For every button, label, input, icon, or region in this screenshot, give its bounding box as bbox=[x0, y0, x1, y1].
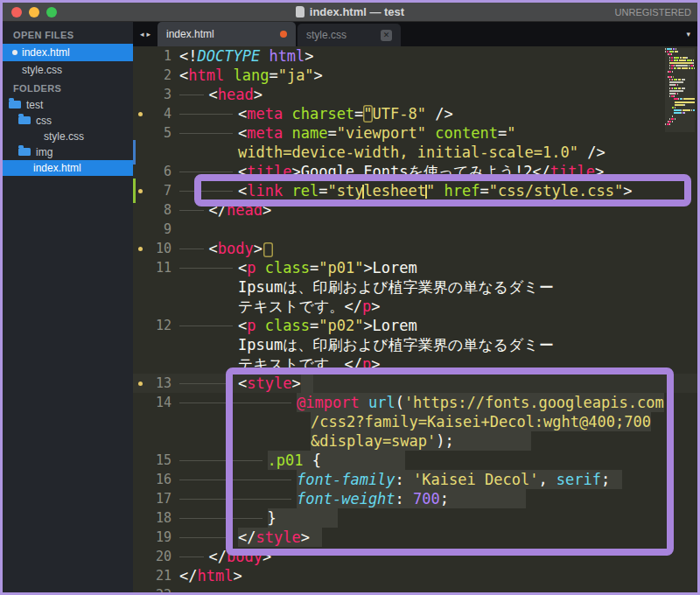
tab-style.css[interactable]: style.css✕ bbox=[298, 24, 401, 46]
tab-index.html[interactable]: index.html bbox=[158, 22, 296, 46]
code-line[interactable]: 13<style> bbox=[133, 374, 697, 393]
minimize-window-button[interactable] bbox=[29, 7, 39, 18]
line-number-gutter[interactable]: 10 bbox=[133, 239, 179, 258]
line-number-gutter[interactable] bbox=[133, 297, 179, 316]
code-line[interactable]: 21</html> bbox=[133, 566, 697, 585]
minimap[interactable] bbox=[665, 48, 695, 132]
code-line[interactable]: Ipsumは、印刷および植字業界の単なるダミー bbox=[133, 277, 697, 297]
syntax-token: < bbox=[238, 317, 247, 334]
code-line[interactable]: 9 bbox=[133, 220, 697, 239]
folder-icon bbox=[9, 101, 21, 108]
minimap-line bbox=[693, 60, 694, 61]
line-number-gutter[interactable]: 4 bbox=[133, 104, 179, 123]
code-line[interactable]: 14@import url('https://fonts.googleapis.… bbox=[133, 393, 697, 412]
code-line[interactable]: 8</head> bbox=[133, 200, 697, 220]
code-line[interactable]: 11<p class="p01">Lorem bbox=[133, 258, 697, 277]
line-number-gutter[interactable] bbox=[133, 354, 179, 374]
tabs-container: index.htmlstyle.css✕ bbox=[158, 22, 401, 46]
line-number: 15 bbox=[156, 452, 172, 468]
tree-folder-item[interactable]: test bbox=[3, 97, 133, 113]
code-line[interactable]: 6<title>Google Fontsを使ってみよう!2</title> bbox=[133, 162, 697, 181]
code-line[interactable]: 19</style> bbox=[133, 528, 697, 547]
line-number-gutter[interactable] bbox=[133, 143, 179, 162]
code-line[interactable]: width=device-width, initial-scale=1.0" /… bbox=[133, 143, 697, 162]
code-line[interactable]: Ipsumは、印刷および植字業界の単なるダミー bbox=[133, 335, 697, 354]
line-number-gutter[interactable]: 13 bbox=[133, 374, 179, 393]
line-number-gutter[interactable]: 17 bbox=[133, 489, 179, 508]
line-number-gutter[interactable]: 6 bbox=[133, 162, 179, 181]
code-line[interactable]: 5<meta name="viewport" content=" bbox=[133, 123, 697, 143]
syntax-token: = bbox=[354, 105, 363, 122]
close-window-button[interactable] bbox=[11, 7, 22, 18]
tab-overflow-icon[interactable]: ▾ bbox=[686, 30, 690, 38]
syntax-token: > bbox=[291, 374, 300, 392]
code-line[interactable]: 18} bbox=[133, 508, 697, 528]
line-number-gutter[interactable]: 20 bbox=[133, 547, 179, 566]
code-line[interactable]: テキストです。</p> bbox=[133, 354, 697, 374]
tree-file-item[interactable]: index.html bbox=[3, 160, 133, 176]
code-editor[interactable]: 1<!DOCTYPE html>2<html lang="ja">3<head>… bbox=[133, 46, 697, 592]
code-line[interactable]: 10<body> bbox=[133, 239, 697, 258]
code-line[interactable]: 4<meta charset="UTF-8" /> bbox=[133, 104, 697, 123]
modified-bullet-icon bbox=[12, 50, 18, 55]
tree-folder-item[interactable]: img bbox=[3, 144, 133, 160]
zoom-window-button[interactable] bbox=[46, 7, 57, 18]
syntax-token: > bbox=[291, 163, 300, 180]
tab-close-icon[interactable]: ✕ bbox=[381, 30, 392, 41]
syntax-token bbox=[283, 182, 291, 200]
line-number-gutter[interactable] bbox=[133, 412, 179, 431]
line-number-gutter[interactable]: 15 bbox=[133, 451, 179, 470]
line-number-gutter[interactable] bbox=[133, 335, 179, 354]
line-number-gutter[interactable] bbox=[133, 277, 179, 297]
code-line[interactable]: 16font-family: 'Kaisei Decol', serif; bbox=[133, 470, 697, 489]
line-number-gutter[interactable]: 8 bbox=[133, 200, 179, 220]
tree-file-item[interactable]: style.css bbox=[3, 129, 133, 144]
code-line[interactable]: テキストです。</p> bbox=[133, 297, 697, 316]
code-line[interactable]: &display=swap'); bbox=[133, 431, 697, 451]
line-number-gutter[interactable]: 19 bbox=[133, 528, 179, 547]
syntax-token: class bbox=[265, 317, 310, 334]
code-text: <p class="p02">Lorem bbox=[238, 316, 417, 335]
gutter-marker-dot-icon bbox=[138, 247, 143, 251]
code-line[interactable]: 2<html lang="ja"> bbox=[133, 66, 697, 85]
code-line[interactable]: /css2?family=Kaisei+Decol:wght@400;700 bbox=[133, 412, 697, 431]
line-number-gutter[interactable]: 2 bbox=[133, 66, 179, 85]
line-number-gutter[interactable]: 11 bbox=[133, 258, 179, 277]
code-line[interactable]: 15.p01 { bbox=[133, 451, 697, 470]
code-text: <html lang="ja"> bbox=[179, 66, 323, 85]
tab-scroll-left-icon[interactable]: ◂ bbox=[140, 30, 144, 38]
syntax-token: ; bbox=[601, 471, 610, 488]
open-file-item[interactable]: index.html bbox=[3, 44, 133, 61]
line-number-gutter[interactable]: 18 bbox=[133, 508, 179, 528]
syntax-token: { bbox=[303, 452, 320, 469]
syntax-token: >Lorem bbox=[363, 317, 416, 334]
tree-folder-item[interactable]: css bbox=[3, 113, 133, 129]
code-line[interactable]: 1<!DOCTYPE html> bbox=[133, 46, 697, 66]
line-number-gutter[interactable]: 21 bbox=[133, 566, 179, 585]
code-line[interactable]: 17font-weight: 700; bbox=[133, 489, 697, 508]
code-line[interactable]: 3<head> bbox=[133, 85, 697, 104]
line-number-gutter[interactable]: 14 bbox=[133, 393, 179, 412]
code-line[interactable]: 12<p class="p02">Lorem bbox=[133, 316, 697, 335]
line-number-gutter[interactable]: 9 bbox=[133, 220, 179, 239]
tab-scroll-right-icon[interactable]: ▸ bbox=[147, 30, 151, 38]
selection-trail bbox=[276, 508, 338, 528]
line-number-gutter[interactable]: 12 bbox=[133, 316, 179, 335]
code-line[interactable]: 7<link rel="stylesheet" href="css/style.… bbox=[133, 181, 697, 200]
line-number-gutter[interactable] bbox=[133, 431, 179, 451]
line-number-gutter[interactable]: 3 bbox=[133, 85, 179, 104]
code-line[interactable]: 22 bbox=[133, 585, 697, 592]
open-file-item[interactable]: style.css bbox=[3, 61, 133, 79]
line-number-gutter[interactable]: 22 bbox=[133, 585, 179, 592]
line-number-gutter[interactable]: 1 bbox=[133, 46, 179, 66]
line-number-gutter[interactable]: 16 bbox=[133, 470, 179, 489]
syntax-token: ); bbox=[436, 432, 453, 450]
syntax-token: } bbox=[268, 509, 276, 527]
wrap-indent bbox=[179, 335, 238, 354]
line-number-gutter[interactable]: 7 bbox=[133, 181, 179, 200]
tab-whitespace-indicator bbox=[179, 123, 233, 143]
line-number-gutter[interactable]: 5 bbox=[133, 123, 179, 143]
syntax-token: < bbox=[238, 182, 247, 200]
tab-whitespace-indicator bbox=[179, 374, 233, 393]
code-line[interactable]: 20</body> bbox=[133, 547, 697, 566]
